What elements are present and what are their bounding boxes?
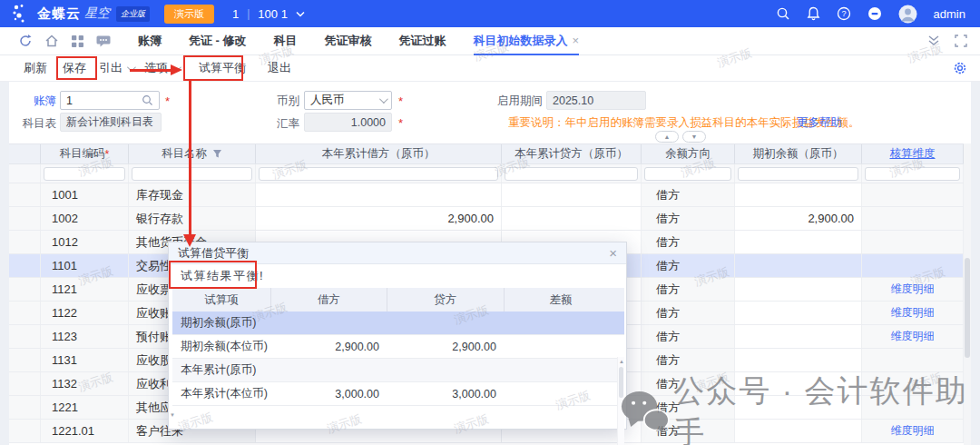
currency-select[interactable]: 人民币 (304, 91, 392, 110)
dimension-detail-link[interactable] (862, 254, 964, 277)
header-dimensions-link[interactable]: 核算维度 (862, 144, 964, 163)
dialog-close-icon[interactable]: × (609, 246, 617, 260)
trial-item-cell: 本年累计(原币) (172, 362, 270, 378)
dialog-scrollbar[interactable]: ▲ (617, 357, 624, 445)
opening-balance-cell[interactable] (735, 278, 862, 301)
save-button[interactable]: 保存 (63, 60, 86, 76)
dimension-detail-link[interactable] (862, 372, 964, 395)
credit-ytd-cell[interactable] (502, 183, 642, 206)
fullscreen-icon[interactable] (955, 35, 967, 47)
dimension-detail-link[interactable]: 维度明细 (862, 420, 964, 442)
header-direction: 余额方向 (642, 144, 735, 163)
settings-gear-icon[interactable] (953, 61, 967, 75)
dialog-table-row[interactable]: 本年累计(本位币)3,000.003,000.00 (172, 382, 624, 406)
workspace-switcher[interactable]: 1 | 100 1 (232, 7, 305, 21)
account-code-cell[interactable]: 1221.01 (41, 420, 129, 442)
tab-ledger[interactable]: 账簿 (138, 27, 162, 55)
opening-balance-cell[interactable] (735, 420, 862, 442)
message-icon[interactable] (96, 35, 111, 48)
grid-scrollbar[interactable] (964, 143, 971, 445)
workspace-number: 1 (232, 7, 239, 21)
filter-input[interactable] (865, 167, 960, 181)
opening-balance-cell[interactable] (735, 254, 862, 277)
lookup-search-icon[interactable] (142, 94, 153, 106)
edition-badge: 企业版 (116, 6, 150, 22)
exit-button[interactable]: 退出 (268, 60, 291, 76)
account-code-cell[interactable]: 1123 (41, 325, 129, 348)
tab-voucher-edit[interactable]: 凭证 - 修改 (189, 27, 247, 55)
search-icon[interactable] (776, 6, 790, 21)
opening-balance-cell[interactable] (735, 396, 862, 419)
help-icon[interactable]: ? (837, 6, 851, 21)
filter-input[interactable] (644, 167, 731, 181)
collapse-up-button[interactable]: ▲ (655, 131, 679, 143)
trial-balance-button[interactable]: 试算平衡 (199, 60, 246, 76)
account-code-cell[interactable]: 1132 (41, 372, 129, 395)
tab-initial-data-entry[interactable]: 科目初始数据录入× (474, 27, 580, 55)
export-button[interactable]: 引出 (99, 60, 133, 76)
account-name-cell[interactable]: 库存现金 (129, 183, 256, 206)
row-marker (9, 349, 41, 371)
apps-grid-icon[interactable] (71, 35, 84, 48)
account-code-cell[interactable]: 1131 (41, 349, 129, 371)
status-toggle-icon[interactable] (867, 6, 882, 21)
opening-balance-cell[interactable] (735, 231, 862, 253)
opening-balance-cell[interactable] (735, 325, 862, 348)
account-code-cell[interactable]: 1001 (41, 183, 129, 206)
filter-input[interactable] (44, 167, 125, 181)
tab-account[interactable]: 科目 (274, 27, 298, 55)
dialog-table-row[interactable]: 期初余额(本位币)2,900.002,900.00 (172, 335, 624, 359)
username[interactable]: admin (934, 7, 965, 21)
dimension-detail-link[interactable] (862, 231, 964, 253)
dimension-detail-link[interactable]: 维度明细 (862, 325, 964, 348)
header-opening: 期初余额（原币） (735, 144, 862, 163)
row-marker (9, 183, 41, 206)
account-code-cell[interactable]: 1101 (41, 254, 129, 277)
filter-funnel-icon[interactable] (212, 149, 222, 159)
avatar[interactable] (898, 5, 917, 24)
opening-balance-cell[interactable] (735, 302, 862, 324)
opening-balance-cell[interactable]: 2,900.00 (735, 207, 862, 230)
tab-voucher-post[interactable]: 凭证过账 (399, 27, 446, 55)
credit-ytd-cell[interactable] (502, 207, 642, 230)
opening-balance-cell[interactable] (735, 372, 862, 395)
opening-balance-cell[interactable] (735, 183, 862, 206)
sync-icon[interactable] (18, 34, 33, 48)
filter-input[interactable] (738, 167, 858, 181)
account-name-cell[interactable]: 银行存款 (129, 207, 256, 230)
notification-bell-icon[interactable] (807, 6, 820, 21)
dialog-table-row[interactable]: 本年累计(原币) (172, 359, 624, 382)
opening-balance-cell[interactable] (735, 349, 862, 371)
home-icon[interactable] (44, 34, 59, 48)
dimension-detail-link[interactable] (862, 396, 964, 419)
refresh-button[interactable]: 刷新 (24, 60, 47, 76)
dimension-detail-link[interactable]: 维度明细 (862, 278, 964, 301)
header-name: 科目名称 (129, 144, 256, 163)
debit-ytd-cell[interactable] (256, 183, 502, 206)
ledger-input[interactable]: 1 (60, 91, 160, 110)
dimension-detail-link[interactable]: 维度明细 (862, 302, 964, 324)
account-code-cell[interactable]: 1002 (41, 207, 129, 230)
dialog-table-row[interactable]: 期初余额(原币) (172, 312, 624, 335)
account-code-cell[interactable]: 1122 (41, 302, 129, 324)
filter-input[interactable] (132, 167, 252, 181)
dimension-detail-link[interactable] (862, 207, 964, 230)
tab-close-icon[interactable]: × (573, 34, 580, 47)
tab-voucher-audit[interactable]: 凭证审核 (325, 27, 372, 55)
more-help-link[interactable]: 更多帮助 (797, 115, 842, 131)
table-row[interactable]: 1001库存现金借方 (9, 183, 964, 207)
direction-cell: 借方 (642, 372, 735, 395)
filter-input[interactable] (505, 167, 638, 181)
collapse-down-button[interactable]: ▼ (682, 131, 706, 143)
account-code-cell[interactable]: 1012 (41, 231, 129, 253)
filter-input[interactable] (259, 167, 498, 181)
direction-cell: 借方 (642, 349, 735, 371)
dimension-detail-link[interactable] (862, 349, 964, 371)
debit-ytd-cell[interactable]: 2,900.00 (256, 207, 502, 230)
account-code-cell[interactable]: 1221 (41, 396, 129, 419)
dimension-detail-link[interactable] (862, 183, 964, 206)
annotation-arrow-vertical (189, 81, 191, 235)
table-row[interactable]: 1002银行存款2,900.00借方2,900.00 (9, 207, 964, 231)
collapse-tabs-icon[interactable] (927, 35, 940, 46)
account-code-cell[interactable]: 1121 (41, 278, 129, 301)
